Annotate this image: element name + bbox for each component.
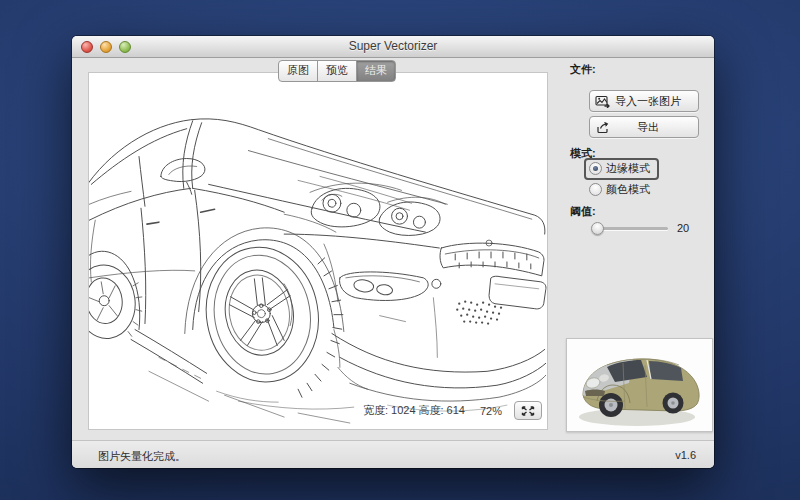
threshold-section-label: 阈值:	[570, 204, 596, 219]
original-car-photo	[567, 339, 712, 431]
image-info-bar: 宽度:1024高度:614 72%	[363, 401, 542, 420]
zoom-level: 72%	[480, 405, 502, 417]
window-title: Super Vectorizer	[72, 39, 714, 53]
height-value: 614	[447, 404, 465, 416]
result-canvas: 宽度:1024高度:614 72%	[88, 72, 548, 430]
desktop-background: Super Vectorizer 原图 预览 结果	[0, 0, 800, 500]
import-image-label: 导入一张图片	[612, 94, 684, 109]
export-icon	[594, 121, 612, 134]
radio-edge-mode[interactable]: 边缘模式	[589, 161, 650, 176]
slider-thumb[interactable]	[591, 222, 604, 235]
radio-selected-icon[interactable]	[589, 162, 602, 175]
image-dimensions: 宽度:1024高度:614	[363, 403, 468, 418]
tab-preview[interactable]: 预览	[317, 60, 357, 82]
edge-mode-label: 边缘模式	[606, 161, 650, 176]
file-section-label: 文件:	[570, 62, 596, 77]
width-value: 1024	[391, 404, 415, 416]
expand-icon	[520, 405, 536, 417]
import-image-button[interactable]: 导入一张图片	[589, 90, 699, 112]
threshold-value: 20	[677, 222, 689, 234]
tab-original[interactable]: 原图	[278, 60, 318, 82]
status-message: 图片矢量化完成。	[98, 449, 186, 464]
focus-ring: 边缘模式	[584, 158, 659, 180]
export-label: 导出	[612, 120, 684, 135]
titlebar[interactable]: Super Vectorizer	[72, 36, 714, 58]
threshold-slider: 20	[592, 222, 689, 234]
radio-unselected-icon[interactable]	[589, 183, 602, 196]
export-button[interactable]: 导出	[589, 116, 699, 138]
version-label: v1.6	[675, 449, 696, 461]
width-label: 宽度:	[363, 404, 388, 416]
radio-color-mode[interactable]: 颜色模式	[589, 182, 650, 197]
height-label: 高度:	[419, 404, 444, 416]
vectorized-car-drawing	[89, 73, 547, 429]
color-mode-label: 颜色模式	[606, 182, 650, 197]
tab-result[interactable]: 结果	[356, 60, 396, 82]
slider-track[interactable]	[592, 227, 668, 230]
import-image-icon	[594, 95, 612, 108]
fit-to-window-button[interactable]	[514, 401, 542, 420]
original-image-thumbnail	[566, 338, 713, 432]
statusbar: 图片矢量化完成。 v1.6	[72, 440, 714, 468]
view-mode-tabs: 原图 预览 结果	[278, 60, 396, 82]
app-window: Super Vectorizer 原图 预览 结果	[72, 36, 714, 468]
